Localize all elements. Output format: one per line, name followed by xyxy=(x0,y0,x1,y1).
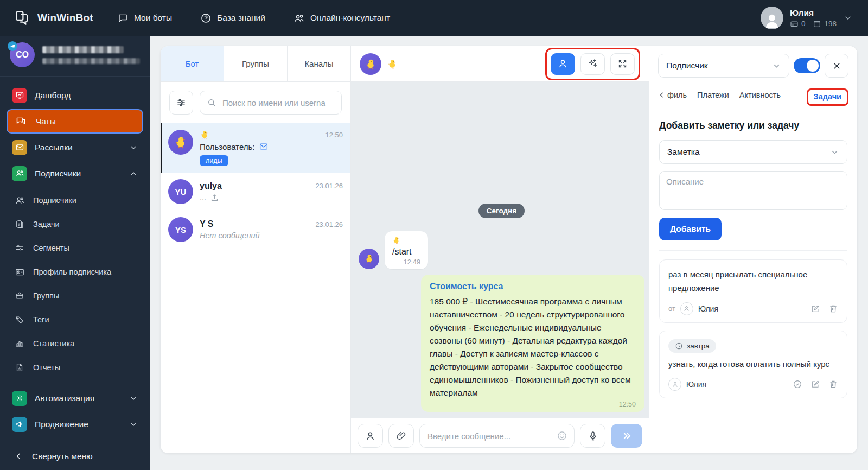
tag-icon xyxy=(14,315,25,325)
voice-message-button[interactable] xyxy=(580,424,605,448)
expand-icon xyxy=(617,59,628,69)
tab-channels[interactable]: Каналы xyxy=(288,46,350,81)
nav-online-consultant[interactable]: Онлайн-консультант xyxy=(293,12,390,24)
subscriber-type-select[interactable]: Подписчик xyxy=(658,54,789,78)
question-circle-icon xyxy=(200,12,212,24)
chat-item-ys[interactable]: YS Y S 23.01.26 Нет сообщений xyxy=(161,211,350,249)
chat-time: 12:50 xyxy=(325,131,343,139)
chat-item-yulya[interactable]: YU yulya 23.01.26 ... xyxy=(161,173,350,211)
chevron-down-icon xyxy=(843,13,853,23)
filter-button[interactable] xyxy=(169,91,193,115)
note-description-input[interactable] xyxy=(659,171,847,210)
chat-subtitle-text: Пользователь: xyxy=(200,142,255,151)
nav-my-bots[interactable]: Мои боты xyxy=(117,12,172,24)
sidebar-item-subscribers[interactable]: Подписчики xyxy=(7,161,143,186)
account-avatar: CO xyxy=(10,42,35,67)
note-type-value: Заметка xyxy=(667,147,700,157)
avatar-initials: YU xyxy=(175,187,187,196)
outgoing-message-row: Стоимость курса 185 000 ₽ - Шестимесячна… xyxy=(359,275,644,412)
gear-icon xyxy=(12,391,27,406)
tab-profile[interactable]: филь xyxy=(658,91,687,105)
tab-payments[interactable]: Платежи xyxy=(697,91,729,105)
edit-task-button[interactable] xyxy=(810,379,820,389)
ai-assistant-button[interactable] xyxy=(580,53,605,75)
attach-button[interactable] xyxy=(388,424,414,448)
tab-groups[interactable]: Группы xyxy=(224,46,288,81)
tab-tasks[interactable]: Задачи xyxy=(807,88,848,106)
subitem-label: Задачи xyxy=(33,220,60,228)
chat-item-chick[interactable]: 12:50 Пользователь: лиды xyxy=(161,123,350,173)
panel-toggle[interactable] xyxy=(794,58,820,73)
filter-sliders-icon xyxy=(176,97,187,108)
subitem-groups[interactable]: Группы xyxy=(8,284,143,308)
subitem-label: Профиль подписчика xyxy=(33,268,111,276)
message-link[interactable]: Стоимость курса xyxy=(430,282,503,291)
subscribers-icon xyxy=(12,166,27,181)
tab-activity[interactable]: Активность xyxy=(739,91,781,105)
date-badge: Сегодня xyxy=(478,204,525,218)
chevron-down-icon xyxy=(129,143,138,152)
sidebar-item-automation[interactable]: Автоматизация xyxy=(7,386,143,410)
subitem-reports[interactable]: Отчеты xyxy=(8,355,143,379)
subitem-segments[interactable]: Сегменты xyxy=(8,236,143,260)
user-info: Юлия 0 198 xyxy=(790,8,837,28)
delete-note-button[interactable] xyxy=(828,304,838,314)
sparkles-icon xyxy=(587,58,598,69)
chick-emoji-icon xyxy=(200,130,209,139)
subscriber-profile-button[interactable] xyxy=(551,53,575,75)
message-composer xyxy=(351,418,649,453)
send-button[interactable] xyxy=(611,424,642,448)
contact-button[interactable] xyxy=(358,424,383,448)
sidebar-item-label: Дашборд xyxy=(35,91,71,100)
subitem-label: Группы xyxy=(33,291,59,300)
search-row xyxy=(161,82,350,123)
collapse-menu-button[interactable]: Свернуть меню xyxy=(0,442,150,470)
paperclip-icon xyxy=(396,430,407,441)
people-group-icon xyxy=(293,12,305,24)
subitem-tasks[interactable]: Задачи xyxy=(8,212,143,236)
sidebar-item-promotion[interactable]: Продвижение xyxy=(7,412,143,436)
author-avatar-icon xyxy=(668,378,681,391)
envelope-icon xyxy=(259,142,269,151)
close-panel-button[interactable] xyxy=(825,54,848,78)
message-text: 185 000 ₽ - Шестимесячная программа с ли… xyxy=(430,295,636,399)
add-note-button[interactable]: Добавить xyxy=(659,218,722,240)
task-author: Юлия xyxy=(686,380,706,389)
note-type-select[interactable]: Заметка xyxy=(659,140,847,164)
delete-task-button[interactable] xyxy=(828,379,838,389)
user-menu[interactable]: Юлия 0 198 xyxy=(761,7,868,29)
complete-task-button[interactable] xyxy=(793,379,802,389)
cards-count: 0 xyxy=(801,20,806,28)
chats-page-card: Бот Группы Каналы xyxy=(161,46,857,453)
due-badge-label: завтра xyxy=(687,342,710,350)
subitem-tags[interactable]: Теги xyxy=(8,308,143,332)
account-block[interactable]: CO xyxy=(0,36,150,77)
tab-bot[interactable]: Бот xyxy=(161,46,224,81)
subitem-statistics[interactable]: Статистика xyxy=(8,332,143,355)
message-input-box xyxy=(419,424,575,448)
calendar-icon xyxy=(813,20,821,28)
subitem-subscribers[interactable]: Подписчики xyxy=(8,188,143,212)
sidebar-item-mailings[interactable]: Рассылки xyxy=(7,135,143,160)
sidebar-item-label: Продвижение xyxy=(35,420,88,429)
chat-source-tabs: Бот Группы Каналы xyxy=(161,46,350,82)
edit-note-button[interactable] xyxy=(810,304,820,314)
expand-button[interactable] xyxy=(610,53,635,75)
message-input[interactable] xyxy=(426,431,552,441)
nav-knowledge-base[interactable]: База знаний xyxy=(200,12,265,24)
messages-area[interactable]: Сегодня /start 12:49 Стоимость курса xyxy=(351,82,649,418)
dashboard-icon xyxy=(12,88,27,103)
emoji-picker-icon[interactable] xyxy=(557,430,567,441)
chat-header-avatar[interactable] xyxy=(360,53,381,75)
cards-stat: 0 xyxy=(790,20,806,28)
note-text: раз в месяц присылать специальное предло… xyxy=(668,268,838,295)
subitem-subscriber-profile[interactable]: Профиль подписчика xyxy=(8,260,143,284)
sidebar-item-dashboard[interactable]: Дашборд xyxy=(7,83,143,107)
brand[interactable]: WinWinBot xyxy=(0,10,117,26)
sidebar-item-chats[interactable]: Чаты xyxy=(7,109,143,134)
search-input[interactable] xyxy=(221,98,335,108)
user-stats: 0 198 xyxy=(790,20,837,28)
subitem-label: Сегменты xyxy=(33,244,69,252)
telegram-badge-icon xyxy=(8,41,17,51)
mic-icon xyxy=(588,430,598,441)
